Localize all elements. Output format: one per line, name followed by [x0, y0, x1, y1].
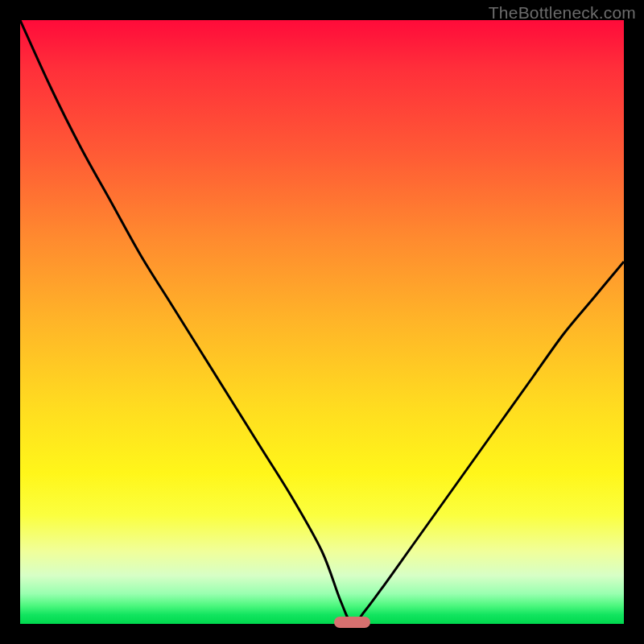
plot-area: [20, 20, 624, 624]
chart-container: TheBottleneck.com: [0, 0, 644, 644]
watermark-text: TheBottleneck.com: [489, 3, 636, 23]
curve-overlay: [20, 20, 624, 624]
bottleneck-curve: [20, 20, 624, 624]
optimal-range-marker: [334, 617, 370, 628]
